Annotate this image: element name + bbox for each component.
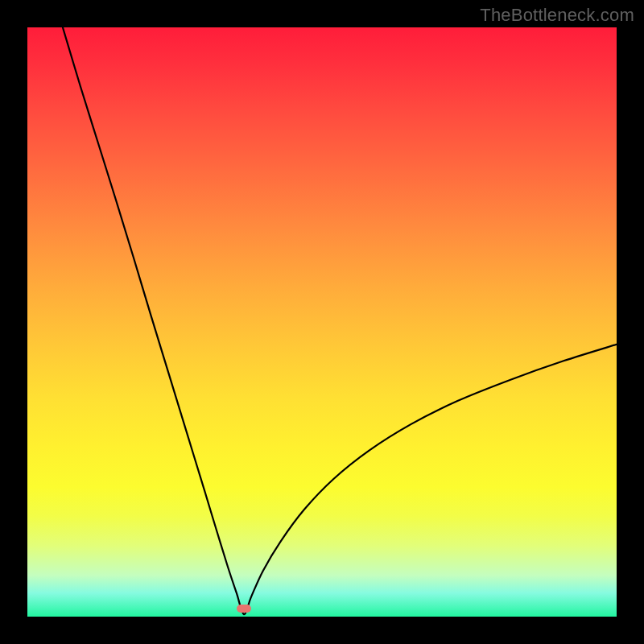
plot-frame [27,27,617,617]
plot-gradient-background [27,27,617,617]
watermark-text: TheBottleneck.com [480,5,634,26]
minimum-marker-icon [237,605,251,613]
